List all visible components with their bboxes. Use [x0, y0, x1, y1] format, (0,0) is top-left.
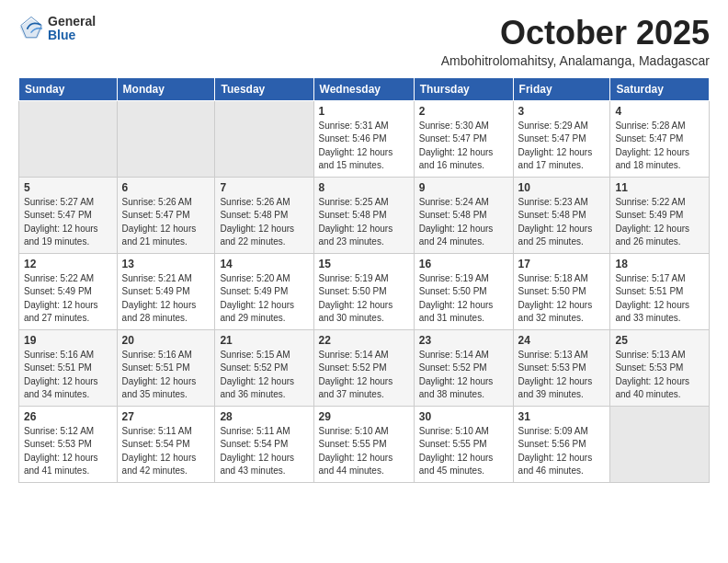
- day-info: Sunrise: 5:10 AMSunset: 5:55 PMDaylight:…: [319, 425, 409, 478]
- day-number: 23: [419, 334, 508, 347]
- day-number: 13: [122, 258, 210, 270]
- day-number: 1: [319, 105, 409, 118]
- day-info: Sunrise: 5:10 AMSunset: 5:55 PMDaylight:…: [419, 425, 508, 478]
- col-wednesday: Wednesday: [313, 77, 414, 100]
- day-info: Sunrise: 5:22 AMSunset: 5:49 PMDaylight:…: [24, 272, 112, 326]
- table-cell: 27Sunrise: 5:11 AMSunset: 5:54 PMDayligh…: [117, 406, 215, 482]
- table-cell: 10Sunrise: 5:23 AMSunset: 5:48 PMDayligh…: [513, 177, 610, 253]
- week-row-1: 1Sunrise: 5:31 AMSunset: 5:46 PMDaylight…: [19, 100, 710, 177]
- table-cell: 28Sunrise: 5:11 AMSunset: 5:54 PMDayligh…: [215, 406, 313, 482]
- logo-text: General Blue: [48, 15, 96, 43]
- col-sunday: Sunday: [19, 77, 118, 100]
- day-info: Sunrise: 5:16 AMSunset: 5:51 PMDaylight:…: [122, 349, 210, 402]
- day-number: 8: [319, 181, 409, 194]
- calendar-header-row: Sunday Monday Tuesday Wednesday Thursday…: [19, 77, 710, 100]
- day-info: Sunrise: 5:24 AMSunset: 5:48 PMDaylight:…: [419, 196, 508, 249]
- col-tuesday: Tuesday: [215, 77, 313, 100]
- week-row-4: 19Sunrise: 5:16 AMSunset: 5:51 PMDayligh…: [19, 329, 710, 406]
- day-number: 4: [615, 105, 704, 118]
- day-number: 5: [24, 181, 112, 194]
- table-cell: [117, 100, 215, 177]
- page: General Blue October 2025 Ambohitrolomah…: [0, 0, 728, 501]
- day-info: Sunrise: 5:19 AMSunset: 5:50 PMDaylight:…: [319, 272, 409, 326]
- table-cell: 17Sunrise: 5:18 AMSunset: 5:50 PMDayligh…: [513, 253, 610, 329]
- day-info: Sunrise: 5:22 AMSunset: 5:49 PMDaylight:…: [615, 196, 704, 249]
- day-info: Sunrise: 5:11 AMSunset: 5:54 PMDaylight:…: [220, 425, 308, 478]
- day-number: 7: [220, 181, 308, 194]
- day-info: Sunrise: 5:28 AMSunset: 5:47 PMDaylight:…: [615, 120, 704, 173]
- week-row-3: 12Sunrise: 5:22 AMSunset: 5:49 PMDayligh…: [19, 253, 710, 329]
- table-cell: 2Sunrise: 5:30 AMSunset: 5:47 PMDaylight…: [414, 100, 513, 177]
- day-info: Sunrise: 5:31 AMSunset: 5:46 PMDaylight:…: [319, 120, 409, 173]
- day-number: 10: [518, 181, 606, 194]
- table-cell: 29Sunrise: 5:10 AMSunset: 5:55 PMDayligh…: [313, 406, 414, 482]
- day-number: 19: [24, 334, 112, 347]
- table-cell: 7Sunrise: 5:26 AMSunset: 5:48 PMDaylight…: [215, 177, 313, 253]
- table-cell: 6Sunrise: 5:26 AMSunset: 5:47 PMDaylight…: [117, 177, 215, 253]
- table-cell: [215, 100, 313, 177]
- col-monday: Monday: [117, 77, 215, 100]
- table-cell: 8Sunrise: 5:25 AMSunset: 5:48 PMDaylight…: [313, 177, 414, 253]
- table-cell: 31Sunrise: 5:09 AMSunset: 5:56 PMDayligh…: [513, 406, 610, 482]
- day-info: Sunrise: 5:14 AMSunset: 5:52 PMDaylight:…: [419, 349, 508, 402]
- week-row-2: 5Sunrise: 5:27 AMSunset: 5:47 PMDaylight…: [19, 177, 710, 253]
- logo: General Blue: [18, 15, 96, 43]
- day-number: 29: [319, 410, 409, 423]
- day-number: 3: [518, 105, 606, 118]
- day-number: 27: [122, 410, 210, 423]
- day-number: 16: [419, 258, 508, 270]
- day-info: Sunrise: 5:14 AMSunset: 5:52 PMDaylight:…: [319, 349, 409, 402]
- table-cell: 13Sunrise: 5:21 AMSunset: 5:49 PMDayligh…: [117, 253, 215, 329]
- day-info: Sunrise: 5:09 AMSunset: 5:56 PMDaylight:…: [518, 425, 606, 478]
- table-cell: 25Sunrise: 5:13 AMSunset: 5:53 PMDayligh…: [610, 329, 710, 406]
- day-info: Sunrise: 5:21 AMSunset: 5:49 PMDaylight:…: [122, 272, 210, 326]
- day-info: Sunrise: 5:20 AMSunset: 5:49 PMDaylight:…: [220, 272, 308, 326]
- table-cell: 18Sunrise: 5:17 AMSunset: 5:51 PMDayligh…: [610, 253, 710, 329]
- day-info: Sunrise: 5:13 AMSunset: 5:53 PMDaylight:…: [518, 349, 606, 402]
- day-number: 11: [615, 181, 704, 194]
- day-info: Sunrise: 5:12 AMSunset: 5:53 PMDaylight:…: [24, 425, 112, 478]
- table-cell: 5Sunrise: 5:27 AMSunset: 5:47 PMDaylight…: [19, 177, 118, 253]
- location-subtitle: Ambohitrolomahitsy, Analamanga, Madagasc…: [441, 53, 710, 68]
- table-cell: 4Sunrise: 5:28 AMSunset: 5:47 PMDaylight…: [610, 100, 710, 177]
- day-number: 12: [24, 258, 112, 270]
- table-cell: 26Sunrise: 5:12 AMSunset: 5:53 PMDayligh…: [19, 406, 118, 482]
- day-number: 31: [518, 410, 606, 423]
- day-number: 9: [419, 181, 508, 194]
- day-info: Sunrise: 5:26 AMSunset: 5:47 PMDaylight:…: [122, 196, 210, 249]
- day-info: Sunrise: 5:29 AMSunset: 5:47 PMDaylight:…: [518, 120, 606, 173]
- day-number: 21: [220, 334, 308, 347]
- table-cell: 22Sunrise: 5:14 AMSunset: 5:52 PMDayligh…: [313, 329, 414, 406]
- table-cell: 3Sunrise: 5:29 AMSunset: 5:47 PMDaylight…: [513, 100, 610, 177]
- table-cell: 21Sunrise: 5:15 AMSunset: 5:52 PMDayligh…: [215, 329, 313, 406]
- logo-general-text: General: [48, 15, 96, 29]
- day-info: Sunrise: 5:19 AMSunset: 5:50 PMDaylight:…: [419, 272, 508, 326]
- month-title: October 2025: [441, 15, 710, 52]
- logo-icon: [18, 16, 44, 41]
- logo-blue-text: Blue: [48, 29, 96, 42]
- table-cell: 23Sunrise: 5:14 AMSunset: 5:52 PMDayligh…: [414, 329, 513, 406]
- table-cell: [610, 406, 710, 482]
- header: General Blue October 2025 Ambohitrolomah…: [18, 15, 710, 68]
- col-saturday: Saturday: [610, 77, 710, 100]
- table-cell: 20Sunrise: 5:16 AMSunset: 5:51 PMDayligh…: [117, 329, 215, 406]
- table-cell: 30Sunrise: 5:10 AMSunset: 5:55 PMDayligh…: [414, 406, 513, 482]
- title-section: October 2025 Ambohitrolomahitsy, Analama…: [441, 15, 710, 68]
- day-info: Sunrise: 5:11 AMSunset: 5:54 PMDaylight:…: [122, 425, 210, 478]
- day-info: Sunrise: 5:27 AMSunset: 5:47 PMDaylight:…: [24, 196, 112, 249]
- table-cell: 19Sunrise: 5:16 AMSunset: 5:51 PMDayligh…: [19, 329, 118, 406]
- day-number: 17: [518, 258, 606, 270]
- day-number: 26: [24, 410, 112, 423]
- calendar-table: Sunday Monday Tuesday Wednesday Thursday…: [18, 77, 710, 483]
- table-cell: 11Sunrise: 5:22 AMSunset: 5:49 PMDayligh…: [610, 177, 710, 253]
- day-number: 30: [419, 410, 508, 423]
- day-info: Sunrise: 5:30 AMSunset: 5:47 PMDaylight:…: [419, 120, 508, 173]
- table-cell: 9Sunrise: 5:24 AMSunset: 5:48 PMDaylight…: [414, 177, 513, 253]
- table-cell: 15Sunrise: 5:19 AMSunset: 5:50 PMDayligh…: [313, 253, 414, 329]
- day-number: 2: [419, 105, 508, 118]
- week-row-5: 26Sunrise: 5:12 AMSunset: 5:53 PMDayligh…: [19, 406, 710, 482]
- day-number: 14: [220, 258, 308, 270]
- table-cell: 24Sunrise: 5:13 AMSunset: 5:53 PMDayligh…: [513, 329, 610, 406]
- col-thursday: Thursday: [414, 77, 513, 100]
- day-info: Sunrise: 5:26 AMSunset: 5:48 PMDaylight:…: [220, 196, 308, 249]
